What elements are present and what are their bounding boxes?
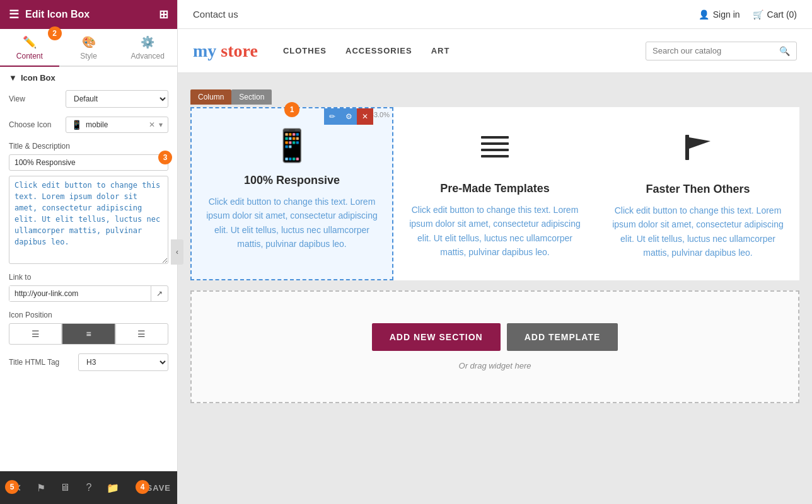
link-to-label: Link to [9,273,168,282]
html-tag-label: Title HTML Tag [9,358,78,367]
icon-box-3-desc: Click edit button to change this text. L… [610,203,786,260]
store-header: my store CLOTHES ACCESSORIES ART 🔍 [178,29,812,73]
delete-toolbar-btn[interactable]: ✕ [357,108,373,125]
cart-text: Cart (0) [767,9,797,20]
icon-clear-btn[interactable]: ✕ [149,120,155,129]
icon-box-1-desc: Click edit button to change this text. L… [204,195,380,251]
tab-advanced[interactable]: ⚙️ Advanced [118,29,177,66]
position-left-btn[interactable]: ☰ [9,323,62,345]
save-button[interactable]: SAVE [147,483,171,493]
logo-store: store [221,41,258,60]
icon-position-label: Icon Position [9,311,168,319]
svg-rect-3 [481,155,509,158]
tab-style-label: Style [80,52,97,60]
column-tab[interactable]: Column [190,89,231,105]
cart-link[interactable]: 🛒 Cart (0) [753,9,797,20]
panel-title: Edit Icon Box [25,9,90,20]
icon-position-field: Icon Position ☰ ≡ ☰ [9,311,168,345]
badge-5: 5 [5,480,19,494]
svg-rect-2 [481,149,509,151]
position-right-btn[interactable]: ☰ [115,323,168,345]
html-tag-field-row: Title HTML Tag H3 [9,353,168,371]
icon-box-2-icon [407,127,583,172]
add-template-btn[interactable]: ADD TEMPLATE [507,323,618,351]
position-center-btn[interactable]: ≡ [62,323,115,345]
title-desc-field: Title & Description 3 Click edit button … [9,142,168,266]
topbar-right: 👤 Sign in 🛒 Cart (0) [699,9,797,20]
icon-box-2-desc: Click edit button to change this text. L… [407,203,583,260]
view-label: View [9,94,66,103]
nav-clothes[interactable]: CLOTHES [283,46,327,55]
edit-toolbar-btn[interactable]: ✏ [324,108,340,125]
icon-box-3-icon [610,127,786,173]
topbar: Contact us 👤 Sign in 🛒 Cart (0) [178,0,812,29]
tab-content[interactable]: ✏️ Content 2 [0,29,59,66]
tab-content-label: Content [16,52,43,60]
help-footer-btn[interactable]: ? [78,477,100,498]
right-area: Contact us 👤 Sign in 🛒 Cart (0) my store… [178,0,812,504]
tab-style[interactable]: 🎨 Style [59,29,119,66]
collapse-icon: ▼ [9,73,17,83]
folder-footer-btn[interactable]: 📁 [102,477,124,498]
badge-3: 3 [158,151,172,164]
add-new-section-btn[interactable]: ADD NEW SECTION [372,323,501,351]
icon-boxes-section: Column Section 33.0% ✏ ⚙ ✕ 1 📱 [190,107,799,280]
view-select[interactable]: Default [66,90,168,108]
grid-icon[interactable]: ⊞ [159,8,168,21]
svg-rect-1 [481,142,509,145]
icon-box-2[interactable]: Pre-Made Templates Click edit button to … [393,107,596,280]
search-box: 🔍 [646,42,797,60]
choose-icon-control: 📱 mobile ✕ ▾ [66,117,168,133]
section-toolbar: ✏ ⚙ ✕ [324,108,373,125]
canvas-area: Column Section 33.0% ✏ ⚙ ✕ 1 📱 [178,73,812,504]
store-nav: CLOTHES ACCESSORIES ART [283,46,620,55]
cart-icon: 🛒 [753,9,763,20]
sign-in-link[interactable]: 👤 Sign in [699,9,740,20]
nav-art[interactable]: ART [431,46,450,55]
svg-rect-4 [685,135,689,160]
html-tag-control: H3 [78,353,168,371]
icon-box-3[interactable]: Faster Then Others Click edit button to … [596,107,799,280]
drop-zone: ADD NEW SECTION ADD TEMPLATE Or drag wid… [190,290,799,403]
drag-widget-text: Or drag widget here [459,361,531,370]
link-input[interactable] [9,286,151,301]
search-icon[interactable]: 🔍 [779,46,790,56]
footer-icons: ✕ ⚑ 🖥 ? 📁 [6,477,124,498]
hamburger-icon[interactable]: ☰ [9,8,19,21]
icon-name-label: mobile [86,120,145,129]
view-field-row: View Default [9,90,168,108]
panel-header: ☰ Edit Icon Box ⊞ [0,0,177,29]
link-to-field: Link to ↗ [9,273,168,302]
panel-collapse-btn[interactable]: ‹ [171,239,183,265]
choose-icon-field-row: Choose Icon 📱 mobile ✕ ▾ [9,117,168,133]
col-section-tabs: Column Section [190,89,272,105]
choose-icon-label: Choose Icon [9,120,66,129]
icon-box-1-title: 100% Responsive [204,174,380,187]
copy-toolbar-btn[interactable]: ⚙ [340,108,357,125]
description-textarea[interactable]: Click edit button to change this text. L… [9,176,168,264]
style-icon: 🎨 [82,35,96,49]
icon-box-1[interactable]: 33.0% ✏ ⚙ ✕ 1 📱 100% Responsive Click ed… [190,107,393,280]
advanced-icon: ⚙️ [141,35,154,49]
contact-us-link[interactable]: Contact us [193,9,238,20]
title-desc-label: Title & Description [9,142,168,151]
person-icon: 👤 [699,9,709,20]
panel-tabs: ✏️ Content 2 🎨 Style ⚙️ Advanced [0,29,177,67]
title-input[interactable] [9,154,168,171]
panel-body: ▼ Icon Box View Default Choose Icon 📱 mo… [0,67,177,471]
icon-choose-row[interactable]: 📱 mobile ✕ ▾ [66,117,168,133]
section-tab[interactable]: Section [231,89,272,105]
icon-box-section-header[interactable]: ▼ Icon Box [9,73,168,83]
icon-box-2-title: Pre-Made Templates [407,182,583,195]
nav-accessories[interactable]: ACCESSORIES [345,46,412,55]
icon-dropdown-icon[interactable]: ▾ [159,120,163,129]
icon-box-3-title: Faster Then Others [610,183,786,196]
tab-advanced-label: Advanced [130,52,164,60]
search-input[interactable] [652,46,779,55]
sign-in-text: Sign in [713,9,740,20]
left-panel: ☰ Edit Icon Box ⊞ ✏️ Content 2 🎨 Style ⚙… [0,0,178,504]
flag-footer-btn[interactable]: ⚑ [30,477,52,498]
monitor-footer-btn[interactable]: 🖥 [54,477,76,498]
external-link-icon[interactable]: ↗ [151,286,168,301]
html-tag-select[interactable]: H3 [78,353,168,371]
